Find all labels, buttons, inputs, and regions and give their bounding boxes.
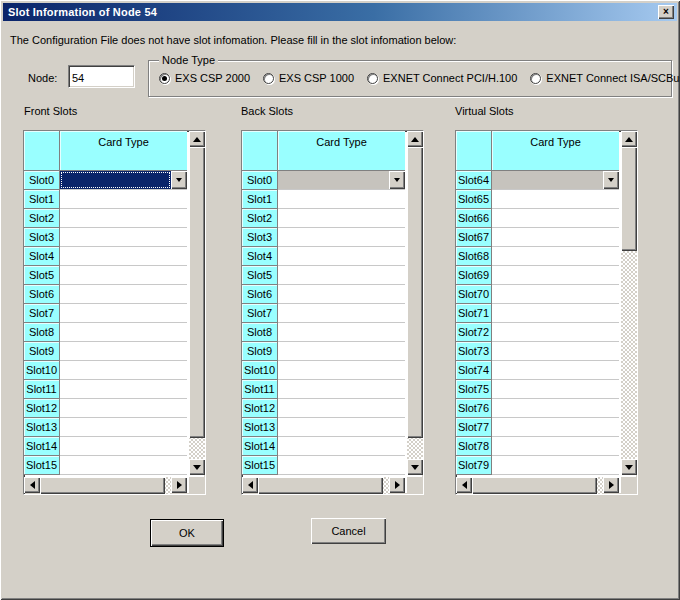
card-type-cell[interactable] [278, 247, 405, 266]
scroll-up-button[interactable] [621, 131, 637, 147]
title-bar[interactable]: Slot Information of Node 54 × [3, 3, 677, 21]
card-type-cell[interactable] [278, 342, 405, 361]
horizontal-scroll-thumb[interactable] [258, 477, 383, 494]
dropdown-button[interactable] [389, 171, 405, 189]
radio-exnet-connect-isa[interactable]: EXNET Connect ISA/SCBus [530, 72, 680, 84]
card-type-cell[interactable] [278, 285, 405, 304]
scroll-right-button[interactable] [171, 477, 187, 493]
card-type-cell[interactable] [492, 190, 619, 209]
close-button[interactable]: × [658, 5, 674, 19]
card-type-cell[interactable] [60, 342, 187, 361]
dropdown-button[interactable] [603, 171, 619, 189]
ok-button[interactable]: OK [150, 519, 224, 547]
scroll-down-button[interactable] [621, 459, 637, 475]
vertical-scrollbar[interactable] [407, 131, 423, 475]
scroll-left-button[interactable] [456, 477, 472, 493]
card-type-cell[interactable] [278, 418, 405, 437]
card-type-cell[interactable] [492, 228, 619, 247]
vertical-scroll-track[interactable] [621, 147, 637, 459]
horizontal-scroll-track[interactable] [472, 477, 603, 494]
slot-label: Slot2 [24, 209, 60, 228]
vertical-scroll-thumb[interactable] [189, 147, 205, 438]
card-type-cell[interactable] [60, 323, 187, 342]
cancel-button[interactable]: Cancel [311, 518, 386, 544]
scroll-right-button[interactable] [603, 477, 619, 493]
horizontal-scroll-track[interactable] [258, 477, 389, 494]
card-type-cell[interactable] [492, 171, 619, 190]
scroll-left-button[interactable] [24, 477, 40, 493]
card-type-cell[interactable] [60, 304, 187, 323]
node-input[interactable] [68, 65, 135, 88]
card-type-combobox[interactable] [60, 171, 171, 189]
card-type-cell[interactable] [278, 228, 405, 247]
card-type-cell[interactable] [60, 266, 187, 285]
radio-button-icon[interactable] [367, 73, 378, 84]
vertical-scroll-track[interactable] [189, 147, 205, 459]
card-type-cell[interactable] [278, 190, 405, 209]
card-type-cell[interactable] [60, 171, 187, 190]
scroll-up-button[interactable] [189, 131, 205, 147]
card-type-cell[interactable] [60, 190, 187, 209]
card-type-cell[interactable] [492, 361, 619, 380]
horizontal-scrollbar[interactable] [456, 477, 619, 494]
card-type-cell[interactable] [278, 456, 405, 475]
horizontal-scroll-track[interactable] [40, 477, 171, 494]
vertical-scrollbar[interactable] [621, 131, 637, 475]
card-type-cell[interactable] [492, 266, 619, 285]
card-type-cell[interactable] [60, 380, 187, 399]
card-type-cell[interactable] [60, 228, 187, 247]
card-type-cell[interactable] [492, 380, 619, 399]
scroll-right-button[interactable] [389, 477, 405, 493]
card-type-cell[interactable] [60, 399, 187, 418]
card-type-cell[interactable] [278, 171, 405, 190]
radio-exs-csp-2000[interactable]: EXS CSP 2000 [159, 72, 250, 84]
slot-label: Slot8 [24, 323, 60, 342]
card-type-cell[interactable] [492, 418, 619, 437]
card-type-cell[interactable] [278, 323, 405, 342]
card-type-cell[interactable] [492, 304, 619, 323]
radio-button-icon[interactable] [263, 73, 274, 84]
horizontal-scrollbar[interactable] [242, 477, 405, 494]
vertical-scroll-track[interactable] [407, 147, 423, 459]
horizontal-scrollbar[interactable] [24, 477, 187, 494]
card-type-cell[interactable] [60, 437, 187, 456]
card-type-cell[interactable] [492, 399, 619, 418]
vertical-scrollbar[interactable] [189, 131, 205, 475]
scroll-down-button[interactable] [407, 459, 423, 475]
card-type-cell[interactable] [492, 437, 619, 456]
radio-button-icon[interactable] [530, 73, 541, 84]
card-type-cell[interactable] [60, 361, 187, 380]
vertical-scroll-thumb[interactable] [621, 147, 637, 251]
card-type-combobox[interactable] [492, 171, 603, 189]
vertical-scroll-thumb[interactable] [407, 147, 423, 438]
card-type-cell[interactable] [278, 437, 405, 456]
card-type-cell[interactable] [492, 323, 619, 342]
horizontal-scroll-thumb[interactable] [472, 477, 597, 494]
card-type-cell[interactable] [492, 342, 619, 361]
scroll-up-button[interactable] [407, 131, 423, 147]
card-type-cell[interactable] [278, 266, 405, 285]
card-type-cell[interactable] [492, 247, 619, 266]
card-type-cell[interactable] [60, 456, 187, 475]
card-type-combobox[interactable] [278, 171, 389, 189]
card-type-cell[interactable] [492, 285, 619, 304]
scroll-left-button[interactable] [242, 477, 258, 493]
scroll-down-button[interactable] [189, 459, 205, 475]
card-type-cell[interactable] [278, 209, 405, 228]
card-type-cell[interactable] [492, 209, 619, 228]
card-type-cell[interactable] [278, 380, 405, 399]
card-type-cell[interactable] [60, 285, 187, 304]
card-type-cell[interactable] [278, 399, 405, 418]
card-type-cell[interactable] [60, 247, 187, 266]
radio-exs-csp-1000[interactable]: EXS CSP 1000 [263, 72, 354, 84]
card-type-cell[interactable] [278, 361, 405, 380]
horizontal-scroll-thumb[interactable] [40, 477, 165, 494]
radio-button-icon[interactable] [159, 73, 170, 84]
slot-label: Slot9 [242, 342, 278, 361]
radio-exnet-connect-pci[interactable]: EXNET Connect PCI/H.100 [367, 72, 517, 84]
card-type-cell[interactable] [60, 209, 187, 228]
dropdown-button[interactable] [171, 171, 187, 189]
card-type-cell[interactable] [60, 418, 187, 437]
card-type-cell[interactable] [492, 456, 619, 475]
card-type-cell[interactable] [278, 304, 405, 323]
